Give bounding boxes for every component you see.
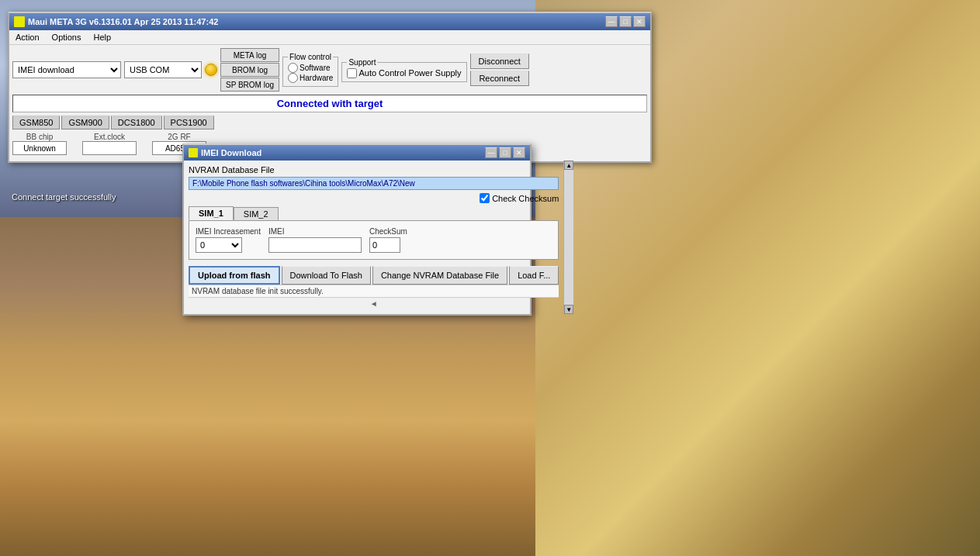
scroll-down-button[interactable]: ▼	[564, 305, 573, 314]
main-title: Maui META 3G v6.1316.01 Apr 25 2013 11:4…	[28, 17, 218, 26]
sp-brom-log-button[interactable]: SP BROM log	[220, 78, 279, 92]
ext-clock-group: Ext.clock	[82, 133, 137, 155]
imei-input[interactable]	[268, 237, 362, 253]
bb-chip-group: BB chip Unknown	[12, 133, 67, 155]
nvram-section: NVRAM Database File F:\Mobile Phone flas…	[189, 165, 559, 190]
reconnect-button[interactable]: Reconnect	[470, 71, 529, 86]
imei-title-bar: IMEI Download — □ ✕	[184, 145, 530, 161]
gsm900-button[interactable]: GSM900	[61, 116, 109, 130]
meta-log-button[interactable]: META log	[220, 48, 279, 62]
maximize-icon: □	[623, 18, 627, 26]
app-icon	[14, 16, 25, 27]
vertical-scrollbar[interactable]: ▲ ▼	[563, 161, 573, 314]
title-controls: — □ ✕	[605, 16, 646, 27]
imei-title-left: IMEI Download	[189, 148, 261, 157]
hardware-label: Hardware	[300, 74, 333, 82]
imei-group: IMEI	[268, 227, 362, 253]
2g-rf-label: 2G RF	[168, 133, 190, 141]
imei-close-button[interactable]: ✕	[513, 147, 525, 158]
scroll-up-button[interactable]: ▲	[564, 161, 573, 170]
imei-label: IMEI	[268, 227, 362, 236]
auto-control-label: Auto Control Power Supply	[358, 68, 461, 78]
download-to-flash-button[interactable]: Download To Flash	[282, 266, 371, 285]
imei-increasement-select[interactable]: 0	[196, 237, 242, 253]
connected-text: Connected with target	[277, 98, 383, 109]
right-action-buttons: Disconnect Reconnect	[470, 54, 529, 86]
software-radio[interactable]	[288, 63, 298, 73]
toolbar-row: IMEI download USB COM META log BROM log …	[12, 48, 647, 92]
close-icon: ✕	[636, 18, 642, 26]
port-dropdown[interactable]: USB COM	[124, 61, 202, 78]
imei-window: IMEI Download — □ ✕ NVRAM Database File …	[182, 143, 532, 316]
minimize-button[interactable]: —	[605, 16, 618, 27]
scroll-left-icon: ◄	[370, 299, 378, 308]
imei-content-area: NVRAM Database File F:\Mobile Phone flas…	[184, 161, 530, 314]
hardware-radio-row: Hardware	[288, 73, 333, 83]
imei-content: NVRAM Database File F:\Mobile Phone flas…	[184, 161, 563, 314]
close-button[interactable]: ✕	[633, 16, 646, 27]
nvram-path: F:\Mobile Phone flash softwares\Cihina t…	[189, 177, 559, 190]
menu-help[interactable]: Help	[91, 32, 115, 43]
mode-dropdown[interactable]: IMEI download	[12, 61, 121, 78]
menu-options[interactable]: Options	[49, 32, 85, 43]
imei-status-bar: NVRAM database file init successfully.	[189, 285, 559, 297]
dcs1800-button[interactable]: DCS1800	[111, 116, 162, 130]
disconnect-button[interactable]: Disconnect	[470, 54, 529, 69]
bottom-buttons: Upload from flash Download To Flash Chan…	[189, 266, 559, 285]
nvram-label: NVRAM Database File	[189, 165, 559, 174]
imei-title-text: IMEI Download	[201, 148, 261, 157]
bb-chip-value: Unknown	[12, 141, 67, 155]
minimize-icon: —	[608, 18, 615, 26]
ext-clock-value	[82, 141, 137, 155]
imei-minimize-button[interactable]: —	[485, 147, 497, 158]
software-label: Software	[300, 64, 330, 72]
flow-control-legend: Flow control	[288, 53, 333, 61]
checksum-row: Check Checksum	[189, 193, 559, 203]
log-buttons: META log BROM log SP BROM log	[220, 48, 279, 92]
check-checksum-checkbox[interactable]	[480, 193, 490, 203]
imei-title-controls: — □ ✕	[485, 147, 525, 158]
auto-control-checkbox[interactable]	[347, 68, 357, 78]
pcs1900-button[interactable]: PCS1900	[164, 116, 214, 130]
tab-content: IMEI Increasement 0 IMEI	[189, 220, 559, 260]
bb-chip-label: BB chip	[26, 133, 53, 141]
status-led	[205, 64, 217, 76]
main-title-bar: Maui META 3G v6.1316.01 Apr 25 2013 11:4…	[9, 13, 650, 30]
menu-bar: Action Options Help	[9, 30, 650, 45]
imei-fields: IMEI Increasement 0 IMEI	[196, 227, 552, 253]
menu-action[interactable]: Action	[12, 32, 43, 43]
support-group: Support Auto Control Power Supply	[341, 58, 466, 82]
imei-app-icon	[189, 148, 198, 157]
imei-increasement-label: IMEI Increasement	[196, 227, 261, 236]
main-window: Maui META 3G v6.1316.01 Apr 25 2013 11:4…	[8, 12, 652, 163]
upload-from-flash-button[interactable]: Upload from flash	[189, 266, 280, 285]
sim1-tab[interactable]: SIM_1	[189, 206, 234, 220]
scroll-left-arrow[interactable]: ◄	[189, 297, 559, 309]
software-radio-row: Software	[288, 63, 333, 73]
imei-maximize-button[interactable]: □	[499, 147, 511, 158]
imei-increasement-group: IMEI Increasement 0	[196, 227, 261, 253]
sim-tabs: SIM_1 SIM_2	[189, 206, 559, 220]
title-bar-left: Maui META 3G v6.1316.01 Apr 25 2013 11:4…	[14, 16, 218, 27]
sim2-tab[interactable]: SIM_2	[234, 207, 279, 220]
check-checksum-label: Check Checksum	[492, 194, 559, 203]
gsm850-button[interactable]: GSM850	[12, 116, 60, 130]
load-f-button[interactable]: Load F...	[509, 266, 559, 285]
flow-control-group: Flow control Software Hardware	[282, 53, 338, 87]
hardware-radio[interactable]	[288, 73, 298, 83]
checksum-label: CheckSum	[369, 227, 407, 236]
imei-status-text: NVRAM database file init successfully.	[192, 287, 324, 295]
maximize-button[interactable]: □	[619, 16, 632, 27]
band-row: GSM850 GSM900 DCS1800 PCS1900	[12, 116, 647, 130]
checksum-group: CheckSum	[369, 227, 407, 253]
support-legend: Support	[347, 58, 377, 67]
checksum-input[interactable]	[369, 237, 400, 253]
ext-clock-label: Ext.clock	[94, 133, 125, 141]
change-nvram-button[interactable]: Change NVRAM Database File	[372, 266, 507, 285]
connect-status-text: Connect target successfully	[12, 192, 116, 202]
imei-increasement-input-row: 0	[196, 237, 261, 253]
connected-row: Connected with target	[12, 95, 647, 112]
brom-log-button[interactable]: BROM log	[220, 63, 279, 77]
bottom-status: Connect target successfully	[12, 192, 116, 202]
auto-control-row: Auto Control Power Supply	[347, 68, 461, 78]
